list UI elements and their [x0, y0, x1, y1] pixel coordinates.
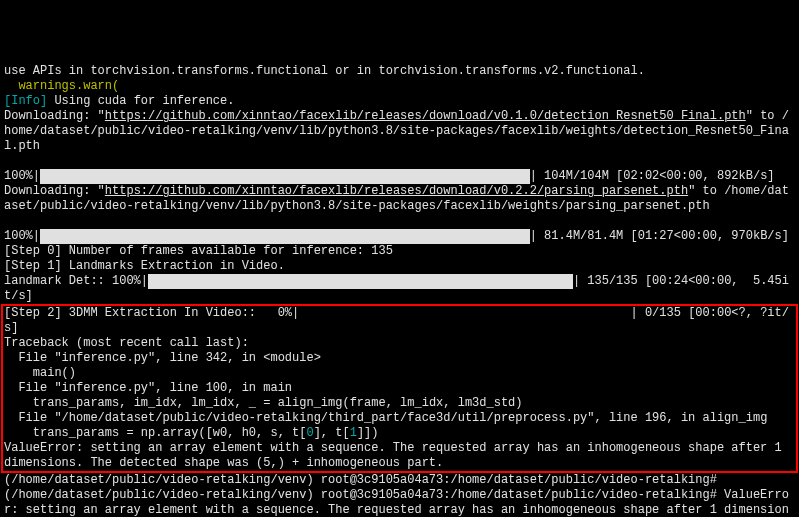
traceback-code: main() — [4, 366, 76, 380]
shell-prompt: (/home/dataset/public/video-retalking/ve… — [4, 488, 789, 517]
download-url: https://github.com/xinntao/facexlib/rele… — [105, 109, 746, 123]
warning-line: warnings.warn( — [4, 79, 119, 93]
progress-bar: ████████████████████████████████████████… — [40, 229, 530, 244]
traceback-file: File "inference.py", line 342, in <modul… — [4, 351, 321, 365]
progress-bar: ████████████████████████████████████████… — [40, 169, 530, 184]
error-highlight-box: [Step 2] 3DMM Extraction In Video:: 0%| … — [1, 304, 798, 473]
traceback-code: trans_params = np.array([w0, h0, s, t[ — [4, 426, 306, 440]
shell-prompt: (/home/dataset/public/video-retalking/ve… — [4, 473, 717, 487]
traceback-code: ], t[ — [314, 426, 350, 440]
traceback-code: trans_params, im_idx, lm_idx, _ = align_… — [4, 396, 523, 410]
progress-right: | 104M/104M [02:02<00:00, 892kB/s] — [530, 169, 775, 183]
progress-left: 100%| — [4, 169, 40, 183]
step-line: [Step 1] Landmarks Extraction in Video. — [4, 259, 285, 273]
traceback-code: ]]) — [357, 426, 379, 440]
warning-line: use APIs in torchvision.transforms.funct… — [4, 64, 645, 78]
step-line: [Step 0] Number of frames available for … — [4, 244, 393, 258]
download-url: https://github.com/xinntao/facexlib/rele… — [105, 184, 688, 198]
progress-bar: ████████████████████████████████████████… — [148, 274, 573, 289]
index-literal: 0 — [306, 426, 313, 440]
progress-right: | 81.4M/81.4M [01:27<00:00, 970kB/s] — [530, 229, 789, 243]
progress-left: landmark Det:: 100%| — [4, 274, 148, 288]
value-error: ValueError: setting an array element wit… — [4, 441, 789, 470]
info-text: Using cuda for inference. — [47, 94, 234, 108]
info-tag: [Info] — [4, 94, 47, 108]
download-label: Downloading: " — [4, 109, 105, 123]
progress-left: 100%| — [4, 229, 40, 243]
traceback-file: File "/home/dataset/public/video-retalki… — [4, 411, 767, 425]
index-literal: 1 — [350, 426, 357, 440]
download-label: Downloading: " — [4, 184, 105, 198]
step-line: [Step 2] 3DMM Extraction In Video:: 0%| — [4, 306, 299, 320]
traceback-file: File "inference.py", line 100, in main — [4, 381, 292, 395]
terminal-output[interactable]: use APIs in torchvision.transforms.funct… — [4, 64, 795, 517]
traceback-header: Traceback (most recent call last): — [4, 336, 249, 350]
